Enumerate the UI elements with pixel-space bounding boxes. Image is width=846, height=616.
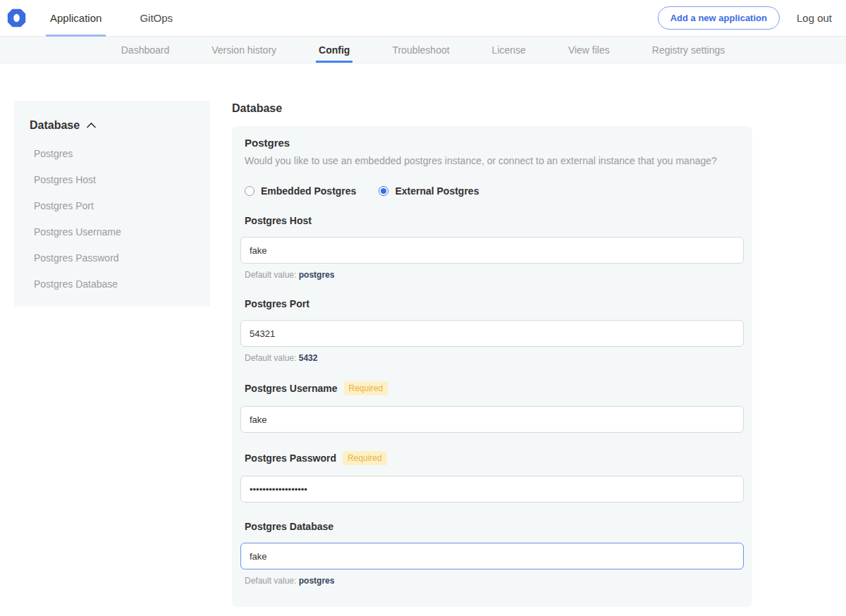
subnav-item-view-files[interactable]: View files <box>568 37 610 63</box>
app-logo-icon <box>7 8 26 27</box>
field-postgres-database: Postgres Database Default value: postgre… <box>240 521 744 586</box>
radio-external-postgres[interactable]: External Postgres <box>379 185 479 197</box>
radio-selected-icon <box>379 186 388 196</box>
tab-application[interactable]: Application <box>46 0 106 36</box>
field-postgres-host: Postgres Host Default value: postgres <box>240 215 744 280</box>
subnav-item-license[interactable]: License <box>492 37 526 63</box>
top-tabs: Application GitOps <box>46 0 207 36</box>
default-value-text: postgres <box>299 576 335 586</box>
default-value-label: Default value: <box>245 353 296 363</box>
postgres-port-default-hint: Default value: 5432 <box>245 353 744 363</box>
logout-link[interactable]: Log out <box>797 12 832 24</box>
default-value-text: postgres <box>299 270 335 280</box>
field-postgres-port: Postgres Port Default value: 5432 <box>240 298 744 363</box>
radio-embedded-postgres[interactable]: Embedded Postgres <box>245 185 356 197</box>
default-value-label: Default value: <box>245 576 296 586</box>
postgres-username-input[interactable] <box>240 406 744 433</box>
top-nav-right: Add a new application Log out <box>658 6 832 30</box>
radio-external-postgres-label: External Postgres <box>395 185 479 197</box>
field-label-postgres-port: Postgres Port <box>245 298 309 309</box>
tab-gitops[interactable]: GitOps <box>135 0 177 36</box>
sidebar-item-postgres-host[interactable]: Postgres Host <box>14 174 210 185</box>
config-sidebar: Database Postgres Postgres Host Postgres… <box>14 101 210 307</box>
sidebar-item-postgres[interactable]: Postgres <box>14 148 210 159</box>
sidebar-group-database[interactable]: Database <box>14 119 210 133</box>
required-badge: Required <box>344 381 388 395</box>
postgres-port-input[interactable] <box>240 320 744 347</box>
required-badge: Required <box>343 451 387 465</box>
app-subnav: Dashboard Version history Config Trouble… <box>0 37 846 63</box>
subnav-item-dashboard[interactable]: Dashboard <box>121 37 170 63</box>
postgres-radio-group: Embedded Postgres External Postgres <box>245 185 744 197</box>
postgres-group-label: Postgres <box>240 137 744 149</box>
default-value-text: 5432 <box>299 353 318 363</box>
field-label-postgres-username: Postgres Username <box>245 383 338 394</box>
tab-gitops-label: GitOps <box>140 12 173 24</box>
postgres-password-input[interactable] <box>240 476 744 503</box>
subnav-item-config[interactable]: Config <box>319 37 350 63</box>
sidebar-item-postgres-password[interactable]: Postgres Password <box>14 252 210 264</box>
sidebar-item-postgres-username[interactable]: Postgres Username <box>14 226 210 238</box>
field-postgres-password: Postgres Password Required <box>240 451 744 503</box>
subnav-item-version-history[interactable]: Version history <box>212 37 276 63</box>
top-navigation-bar: Application GitOps Add a new application… <box>0 0 846 37</box>
postgres-group-help: Would you like to use an embedded postgr… <box>240 155 744 166</box>
subnav-item-troubleshoot[interactable]: Troubleshoot <box>392 37 449 63</box>
config-main: Database Postgres Would you like to use … <box>232 101 752 616</box>
tab-application-label: Application <box>50 12 102 24</box>
postgres-host-default-hint: Default value: postgres <box>245 270 744 280</box>
add-new-application-button[interactable]: Add a new application <box>658 6 780 30</box>
sidebar-group-label: Database <box>30 119 80 132</box>
field-postgres-username: Postgres Username Required <box>240 381 744 433</box>
subnav-item-registry-settings[interactable]: Registry settings <box>652 37 725 63</box>
sidebar-item-postgres-port[interactable]: Postgres Port <box>14 200 210 211</box>
default-value-label: Default value: <box>245 270 296 280</box>
chevron-up-icon <box>86 122 97 129</box>
field-label-postgres-host: Postgres Host <box>245 215 312 226</box>
config-page-content: Database Postgres Postgres Host Postgres… <box>0 63 846 616</box>
page-title: Database <box>232 102 752 115</box>
radio-unselected-icon <box>245 186 255 196</box>
radio-embedded-postgres-label: Embedded Postgres <box>261 185 356 197</box>
field-label-postgres-database: Postgres Database <box>245 521 333 532</box>
postgres-database-input[interactable] <box>240 543 744 569</box>
postgres-database-default-hint: Default value: postgres <box>245 576 744 586</box>
postgres-host-input[interactable] <box>240 237 744 264</box>
field-label-postgres-password: Postgres Password <box>245 452 336 464</box>
database-config-panel: Postgres Would you like to use an embedd… <box>232 126 752 607</box>
sidebar-item-postgres-database[interactable]: Postgres Database <box>14 278 210 290</box>
